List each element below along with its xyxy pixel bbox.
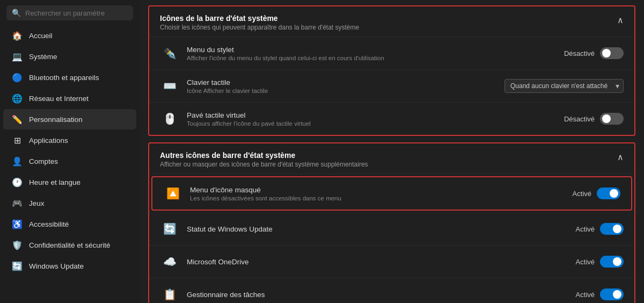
heure-icon: 🕐 (12, 177, 23, 187)
menu-stylet-title: Menu du stylet (187, 46, 562, 54)
section1-chevron-icon[interactable]: ∧ (617, 15, 624, 25)
menu-icone-masque-icon: 🔼 (163, 184, 182, 203)
menu-icone-masque-subtitle: Les icônes désactivées sont accessibles … (190, 195, 559, 201)
onedrive-title: Microsoft OneDrive (187, 258, 562, 266)
windowsupdate-label: Windows Update (29, 262, 84, 270)
search-input[interactable] (25, 9, 128, 17)
sidebar-item-reseau[interactable]: 🌐Réseau et Internet (3, 88, 136, 109)
menu-icone-masque-toggle-label: Activé (559, 190, 591, 198)
setting-row-menu-icone-masque: 🔼Menu d'icône masquéLes icônes désactivé… (151, 176, 632, 211)
onedrive-info: Microsoft OneDrive (187, 258, 562, 266)
confidentialite-icon: 🛡️ (12, 240, 23, 250)
sidebar-item-personnalisation[interactable]: ✏️Personnalisation (3, 109, 136, 129)
menu-icone-masque-toggle[interactable] (597, 187, 620, 199)
windows-update-control: Activé (562, 223, 624, 235)
setting-row-windows-update: 🔄Statut de Windows UpdateActivé (149, 213, 634, 246)
task-manager-title: Gestionnaire des tâches (187, 291, 562, 299)
bluetooth-icon: 🔵 (12, 72, 23, 83)
sidebar-item-comptes[interactable]: 👤Comptes (3, 151, 136, 171)
section1-header: Icônes de la barre d'état système Choisi… (149, 6, 634, 37)
section2-subtitle: Afficher ou masquer des icônes de barre … (160, 161, 368, 168)
menu-stylet-toggle[interactable] (600, 47, 624, 59)
menu-icone-masque-info: Menu d'icône masquéLes icônes désactivée… (190, 186, 559, 201)
pave-tactile-subtitle: Toujours afficher l'icône du pavé tactil… (187, 120, 562, 127)
task-manager-toggle-label: Activé (562, 291, 595, 299)
onedrive-toggle-label: Activé (562, 258, 595, 266)
clavier-tactile-title: Clavier tactile (187, 78, 504, 86)
onedrive-toggle[interactable] (600, 256, 624, 268)
clavier-tactile-select[interactable]: Quand aucun clavier n'est attachéToujour… (504, 79, 624, 93)
applications-label: Applications (29, 136, 68, 145)
jeux-label: Jeux (29, 199, 45, 207)
section2-title: Autres icônes de barre d'état système (160, 151, 368, 160)
accessibilite-label: Accessibilité (29, 220, 69, 228)
sidebar-item-jeux[interactable]: 🎮Jeux (3, 193, 136, 213)
windowsupdate-icon: 🔄 (12, 261, 23, 271)
section2-chevron-icon[interactable]: ∧ (617, 152, 624, 162)
windows-update-toggle-label: Activé (562, 225, 595, 233)
task-manager-icon: 📋 (160, 285, 179, 303)
setting-row-clavier-tactile: ⌨️Clavier tactileIcône Afficher le clavi… (149, 70, 634, 103)
sidebar-item-systeme[interactable]: 💻Système (3, 46, 136, 67)
section1-header-text: Icônes de la barre d'état système Choisi… (160, 14, 359, 31)
clavier-tactile-control: Quand aucun clavier n'est attachéToujour… (504, 79, 624, 93)
menu-icone-masque-title: Menu d'icône masqué (190, 186, 559, 194)
task-manager-control: Activé (562, 288, 624, 300)
setting-row-onedrive: ☁️Microsoft OneDriveActivé (149, 246, 634, 278)
menu-stylet-icon: ✒️ (160, 44, 179, 63)
task-manager-info: Gestionnaire des tâches (187, 291, 562, 299)
section2-wrapper: Autres icônes de barre d'état système Af… (148, 142, 635, 303)
windows-update-toggle[interactable] (600, 223, 624, 235)
sidebar-item-accueil[interactable]: 🏠Accueil (3, 25, 136, 46)
pave-tactile-control: Désactivé (562, 113, 624, 125)
heure-label: Heure et langue (29, 178, 80, 186)
section2-header: Autres icônes de barre d'état système Af… (149, 143, 634, 174)
sidebar-item-accessibilite[interactable]: ♿Accessibilité (3, 214, 136, 234)
setting-row-menu-stylet: ✒️Menu du styletAfficher l'icône du menu… (149, 37, 634, 70)
reseau-label: Réseau et Internet (29, 95, 89, 103)
bluetooth-label: Bluetooth et appareils (29, 74, 99, 82)
section1-title: Icônes de la barre d'état système (160, 14, 359, 23)
section2-header-text: Autres icônes de barre d'état système Af… (160, 151, 368, 168)
search-box[interactable]: 🔍 (6, 5, 133, 20)
nav-list: 🏠Accueil💻Système🔵Bluetooth et appareils🌐… (0, 25, 140, 277)
pave-tactile-info: Pavé tactile virtuelToujours afficher l'… (187, 111, 562, 127)
jeux-icon: 🎮 (12, 198, 23, 208)
sidebar-item-confidentialite[interactable]: 🛡️Confidentialité et sécurité (3, 235, 136, 255)
search-icon: 🔍 (12, 9, 21, 17)
comptes-icon: 👤 (12, 156, 23, 167)
pave-tactile-title: Pavé tactile virtuel (187, 111, 562, 119)
windows-update-info: Statut de Windows Update (187, 225, 562, 233)
sidebar-item-bluetooth[interactable]: 🔵Bluetooth et appareils (3, 67, 136, 88)
onedrive-icon: ☁️ (160, 252, 179, 271)
comptes-label: Comptes (29, 157, 58, 165)
systeme-label: Système (29, 53, 57, 61)
task-manager-toggle[interactable] (600, 288, 624, 300)
windows-update-icon: 🔄 (160, 219, 179, 239)
sidebar-item-heure[interactable]: 🕐Heure et langue (3, 172, 136, 192)
menu-stylet-info: Menu du styletAfficher l'icône du menu d… (187, 46, 562, 61)
menu-stylet-toggle-label: Désactivé (562, 49, 595, 57)
setting-row-task-manager: 📋Gestionnaire des tâchesActivé (149, 278, 634, 303)
clavier-tactile-info: Clavier tactileIcône Afficher le clavier… (187, 78, 504, 94)
menu-stylet-control: Désactivé (562, 47, 624, 59)
accueil-label: Accueil (29, 32, 53, 40)
windows-update-title: Statut de Windows Update (187, 225, 562, 233)
section1-items: ✒️Menu du styletAfficher l'icône du menu… (149, 37, 634, 135)
reseau-icon: 🌐 (12, 93, 23, 104)
sidebar: 🔍 🏠Accueil💻Système🔵Bluetooth et appareil… (0, 0, 140, 303)
personnalisation-icon: ✏️ (12, 114, 23, 125)
clavier-tactile-subtitle: Icône Afficher le clavier tactile (187, 88, 504, 94)
onedrive-control: Activé (562, 256, 624, 268)
menu-stylet-subtitle: Afficher l'icône du menu du stylet quand… (187, 55, 562, 61)
systeme-icon: 💻 (12, 51, 23, 62)
menu-icone-masque-control: Activé (559, 187, 620, 199)
pave-tactile-toggle-label: Désactivé (562, 115, 595, 123)
sidebar-item-applications[interactable]: ⊞Applications (3, 130, 136, 150)
sidebar-item-windowsupdate[interactable]: 🔄Windows Update (3, 256, 136, 276)
confidentialite-label: Confidentialité et sécurité (29, 241, 111, 249)
accessibilite-icon: ♿ (12, 219, 23, 229)
pave-tactile-toggle[interactable] (600, 113, 624, 125)
pave-tactile-icon: 🖱️ (160, 109, 179, 128)
section2-items: 🔼Menu d'icône masquéLes icônes désactivé… (149, 176, 634, 303)
